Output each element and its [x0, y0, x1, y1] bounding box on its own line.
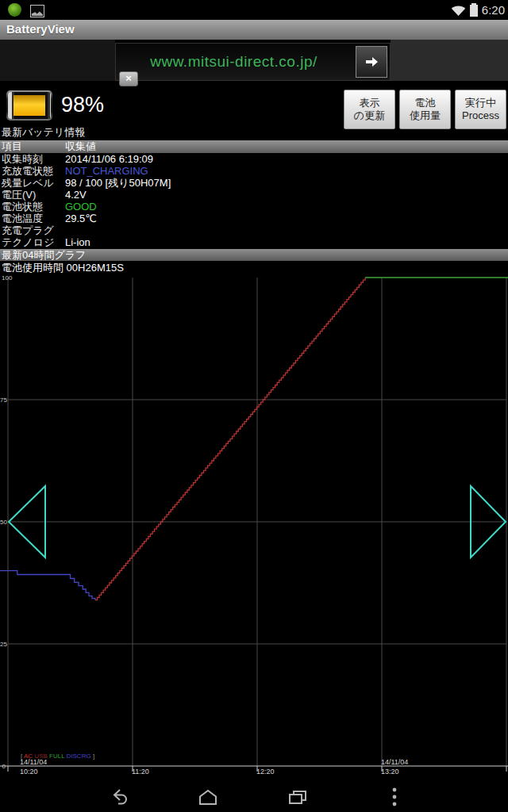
screenshot-notification-icon	[30, 5, 44, 17]
action-buttons: 表示 の更新電池 使用量実行中 Process	[344, 90, 506, 129]
title-bar: BatteryView	[0, 20, 508, 40]
clock-text: 6:20	[482, 3, 505, 17]
row-label: 充電プラグ	[2, 224, 54, 236]
nav-bar	[0, 781, 508, 812]
battery-status-icon	[470, 5, 478, 17]
overflow-menu-button[interactable]	[383, 787, 406, 807]
series-ac	[95, 278, 365, 600]
table-row: 電池状態GOOD	[0, 201, 508, 213]
row-value: 98 / 100 [残り50H07M]	[65, 177, 171, 189]
refresh-display-button[interactable]: 表示 の更新	[344, 90, 395, 129]
running-process-button[interactable]: 実行中 Process	[455, 90, 506, 129]
home-icon	[198, 789, 218, 806]
ad-banner[interactable]: www.mitsui-direct.co.jp/	[115, 43, 391, 81]
info-table-header: 項目 収集値	[0, 140, 508, 153]
table-row: 残量レベル98 / 100 [残り50H07M]	[0, 177, 508, 189]
row-label: 残量レベル	[2, 177, 54, 189]
ad-close-button[interactable]: ×	[119, 71, 138, 86]
table-row: 充電プラグ	[0, 224, 508, 236]
table-row: 電池温度29.5℃	[0, 213, 508, 224]
arrow-right-icon	[365, 56, 379, 67]
x-tick-time: 13:20	[381, 768, 399, 776]
table-row: 電圧(V)4.2V	[0, 189, 508, 201]
column-header-item: 項目	[2, 140, 22, 153]
table-row: 収集時刻2014/11/06 6:19:09	[0, 153, 508, 165]
back-icon	[110, 788, 129, 806]
status-bar-right: 6:20	[451, 0, 505, 20]
x-tick-date: 14/11/04	[381, 758, 408, 766]
column-header-value: 収集値	[65, 140, 96, 153]
info-table-body: 収集時刻2014/11/06 6:19:09充放電状態NOT_CHARGING残…	[0, 153, 508, 248]
table-row: テクノロジLi-ion	[0, 236, 508, 248]
row-value: 4.2V	[65, 189, 87, 201]
row-label: 収集時刻	[2, 153, 43, 165]
battery-large-icon	[6, 90, 52, 121]
row-label: 電池状態	[2, 201, 43, 213]
back-button[interactable]	[105, 787, 133, 807]
row-value: Li-ion	[65, 236, 90, 248]
app-title: BatteryView	[0, 20, 508, 36]
table-row: 充放電状態NOT_CHARGING	[0, 165, 508, 177]
row-label: テクノロジ	[2, 236, 55, 248]
battery-graph: 0255075100[ AC USB FULL DISCRG ]14/11/04…	[0, 274, 508, 781]
recents-icon	[288, 790, 307, 805]
x-tick-time: 12:20	[256, 768, 275, 776]
graph-section-header: 最新04時間グラフ	[0, 249, 508, 261]
wifi-icon	[451, 5, 466, 16]
x-tick-time: 11:20	[132, 768, 149, 776]
shield-icon	[8, 3, 21, 17]
battery-percent: 98%	[61, 93, 104, 117]
screen: 6:20 BatteryView www.mitsui-direct.co.jp…	[0, 0, 508, 812]
overflow-menu-icon	[392, 787, 397, 806]
battery-info-section-title: 最新バッテリ情報	[2, 125, 85, 140]
row-label: 充放電状態	[2, 165, 53, 177]
recents-button[interactable]	[283, 787, 312, 807]
x-tick-time: 10:20	[20, 768, 38, 776]
row-value: 2014/11/06 6:19:09	[65, 153, 153, 165]
row-value: GOOD	[65, 201, 97, 213]
ad-row: www.mitsui-direct.co.jp/ ×	[0, 40, 508, 87]
ad-arrow-button[interactable]	[356, 46, 387, 78]
ad-right-strip	[391, 40, 508, 81]
row-label: 電圧(V)	[2, 189, 36, 201]
y-tick-label: 50	[0, 519, 7, 526]
row-value: 29.5℃	[65, 213, 97, 224]
row-label: 電池温度	[2, 213, 43, 224]
ad-url-link[interactable]: www.mitsui-direct.co.jp/	[116, 44, 352, 80]
y-tick-label: 75	[0, 396, 7, 404]
ad-left-strip	[0, 40, 115, 81]
home-button[interactable]	[194, 787, 222, 807]
series-discrg	[0, 571, 95, 600]
y-tick-label: 100	[2, 274, 13, 282]
x-tick-date: 14/11/04	[20, 758, 47, 766]
graph-section-title: 最新04時間グラフ	[0, 249, 86, 261]
status-bar: 6:20	[0, 0, 508, 20]
row-value: NOT_CHARGING	[65, 165, 148, 177]
y-tick-label: 25	[0, 641, 7, 648]
battery-usage-button[interactable]: 電池 使用量	[399, 90, 451, 129]
y-tick-label: 0	[2, 763, 6, 770]
